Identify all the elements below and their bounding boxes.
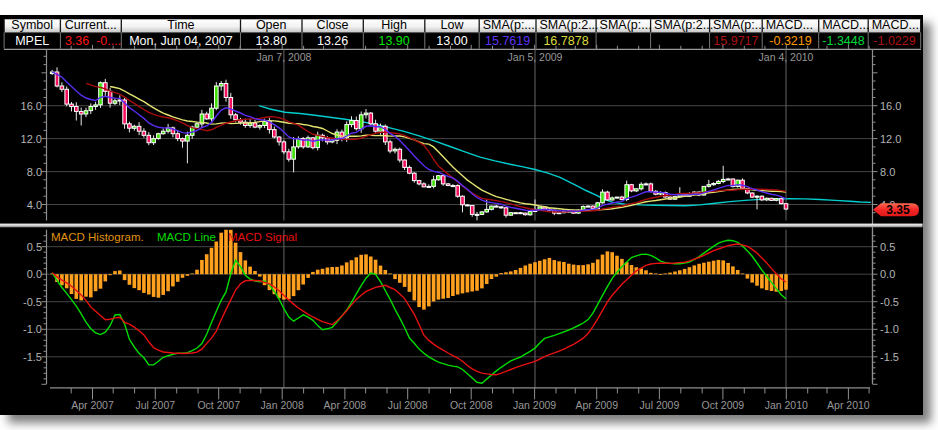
- svg-text:16.0: 16.0: [880, 100, 901, 112]
- svg-text:-1.3448: -1.3448: [822, 34, 864, 48]
- svg-text:High: High: [381, 18, 407, 32]
- svg-text:SMA(p:2...: SMA(p:2...: [654, 18, 713, 32]
- svg-text:4.0: 4.0: [27, 199, 42, 211]
- svg-text:3.35: 3.35: [886, 203, 910, 217]
- svg-text:SMA(p:...: SMA(p:...: [600, 18, 652, 32]
- svg-text:Jul 2009: Jul 2009: [640, 399, 680, 411]
- svg-text:3.36 -0....: 3.36 -0....: [65, 34, 121, 48]
- svg-text:Mon, Jun 04, 2007: Mon, Jun 04, 2007: [129, 34, 233, 48]
- svg-text:-1.5: -1.5: [880, 351, 899, 363]
- svg-text:0.5: 0.5: [27, 241, 42, 253]
- svg-text:-1.5: -1.5: [23, 351, 42, 363]
- svg-text:-0.5: -0.5: [880, 296, 899, 308]
- svg-text:-0.3219: -0.3219: [769, 34, 811, 48]
- svg-text:MACD...: MACD...: [872, 18, 919, 32]
- svg-text:Low: Low: [441, 18, 465, 32]
- svg-text:Apr 2007: Apr 2007: [71, 399, 114, 411]
- svg-text:Current...: Current...: [65, 18, 117, 32]
- svg-text:0.0: 0.0: [880, 268, 895, 280]
- svg-text:8.0: 8.0: [880, 166, 895, 178]
- svg-text:Symbol: Symbol: [11, 18, 53, 32]
- svg-text:15.7619: 15.7619: [485, 34, 530, 48]
- svg-text:15.9717: 15.9717: [713, 34, 758, 48]
- svg-text:MACD Histogram.: MACD Histogram.: [51, 231, 144, 243]
- svg-text:16.7878: 16.7878: [543, 34, 588, 48]
- svg-text:0.5: 0.5: [880, 241, 895, 253]
- svg-text:Close: Close: [317, 18, 349, 32]
- svg-text:8.0: 8.0: [27, 166, 42, 178]
- svg-text:13.00: 13.00: [436, 34, 467, 48]
- svg-text:0.0: 0.0: [27, 268, 42, 280]
- svg-text:-1.0: -1.0: [880, 323, 899, 335]
- svg-text:MACD Line: MACD Line: [157, 231, 216, 243]
- svg-text:SMA(p:2...: SMA(p:2...: [540, 18, 599, 32]
- svg-text:Jan 2008: Jan 2008: [261, 399, 304, 411]
- svg-text:Jan 4, 2010: Jan 4, 2010: [759, 51, 814, 63]
- svg-text:Jul 2008: Jul 2008: [388, 399, 428, 411]
- svg-text:SMA(p:...: SMA(p:...: [713, 18, 765, 32]
- svg-text:Jan 2009: Jan 2009: [513, 399, 556, 411]
- svg-text:Jan 5, 2009: Jan 5, 2009: [508, 51, 563, 63]
- svg-text:Jan 7, 2008: Jan 7, 2008: [256, 51, 311, 63]
- svg-text:Oct 2007: Oct 2007: [197, 399, 240, 411]
- svg-text:12.0: 12.0: [21, 133, 42, 145]
- svg-text:Time: Time: [167, 18, 194, 32]
- svg-text:MACD...: MACD...: [822, 18, 869, 32]
- svg-text:16.0: 16.0: [21, 100, 42, 112]
- svg-text:-1.0: -1.0: [23, 323, 42, 335]
- svg-text:SMA(p:...: SMA(p:...: [483, 18, 535, 32]
- svg-text:13.90: 13.90: [378, 34, 409, 48]
- svg-text:Apr 2009: Apr 2009: [575, 399, 618, 411]
- svg-text:Apr 2010: Apr 2010: [827, 399, 870, 411]
- svg-text:Oct 2009: Oct 2009: [702, 399, 745, 411]
- svg-text:Apr 2008: Apr 2008: [324, 399, 367, 411]
- svg-text:MACD Signal: MACD Signal: [228, 231, 297, 243]
- svg-text:Jan 2010: Jan 2010: [765, 399, 808, 411]
- svg-text:-1.0229: -1.0229: [873, 34, 915, 48]
- svg-text:13.26: 13.26: [317, 34, 348, 48]
- svg-text:Open: Open: [256, 18, 287, 32]
- svg-text:MACD...: MACD...: [766, 18, 813, 32]
- svg-text:Oct 2008: Oct 2008: [450, 399, 493, 411]
- svg-text:MPEL: MPEL: [15, 34, 49, 48]
- svg-text:Jul 2007: Jul 2007: [135, 399, 175, 411]
- svg-text:-0.5: -0.5: [23, 296, 42, 308]
- svg-text:12.0: 12.0: [880, 133, 901, 145]
